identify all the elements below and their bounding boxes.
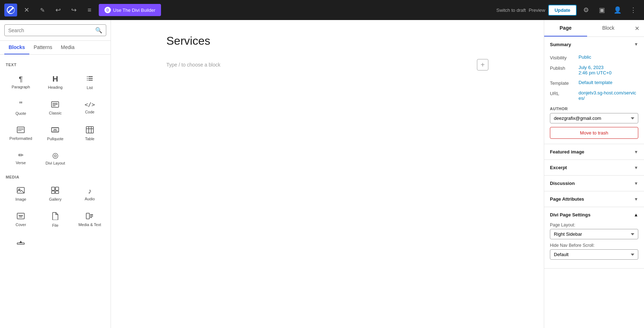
search-input[interactable] — [8, 28, 92, 33]
hide-nav-select[interactable]: Default Hide Show — [550, 249, 638, 260]
redo-button[interactable]: ↪ — [67, 4, 80, 16]
block-list[interactable]: List — [73, 70, 106, 94]
url-row: URL donjetv3.sg-host.com/services/ — [550, 88, 638, 103]
main-layout: 🔍 Blocks Patterns Media TEXT ¶ Paragraph… — [0, 20, 644, 328]
switch-to-draft-link[interactable]: Switch to draft — [496, 8, 526, 13]
block-file[interactable]: File — [39, 207, 72, 232]
block-table[interactable]: Table — [73, 122, 106, 146]
wp-logo[interactable] — [4, 4, 17, 16]
move-to-trash-button[interactable]: Move to trash — [550, 127, 638, 139]
svg-rect-35 — [90, 217, 92, 218]
block-audio[interactable]: ♪ Audio — [73, 182, 106, 206]
search-icon: 🔍 — [95, 27, 102, 34]
divi-layout-icon: ◎ — [52, 152, 58, 159]
center-canvas: Type / to choose a block + — [111, 20, 544, 328]
block-image[interactable]: Image — [4, 182, 37, 206]
block-code[interactable]: </> Code — [73, 96, 106, 120]
update-button[interactable]: Update — [548, 5, 577, 16]
block-preformatted[interactable]: Preformatted — [4, 122, 37, 146]
block-classic[interactable]: Classic — [39, 96, 72, 120]
gallery-label: Gallery — [49, 197, 62, 201]
discussion-header[interactable]: Discussion ▼ — [544, 176, 644, 191]
divi-settings-title: Divi Page Settings — [550, 212, 590, 217]
svg-rect-9 — [53, 106, 55, 106]
summary-header[interactable]: Summary ▲ — [544, 37, 644, 52]
divi-settings-body: Page Layout: Right Sidebar Left Sidebar … — [544, 222, 644, 268]
divi-layout-label: Divi Layout — [45, 161, 65, 165]
user-button[interactable]: 👤 — [611, 4, 624, 16]
block-paragraph[interactable]: ¶ Paragraph — [4, 70, 37, 94]
svg-rect-30 — [19, 215, 23, 216]
text-section-label: TEXT — [4, 63, 106, 67]
url-value[interactable]: donjetv3.sg-host.com/services/ — [579, 90, 638, 101]
page-attributes-header[interactable]: Page Attributes ▼ — [544, 191, 644, 207]
page-attributes-title: Page Attributes — [550, 196, 584, 202]
content-area: Type / to choose a block + — [166, 55, 488, 75]
block-media-text[interactable]: Media & Text — [73, 207, 106, 232]
media-text-label: Media & Text — [78, 222, 101, 227]
right-panel-close-button[interactable]: ✕ — [630, 21, 644, 35]
search-bar: 🔍 — [0, 20, 111, 41]
svg-rect-5 — [87, 80, 88, 80]
svg-rect-1 — [88, 78, 93, 79]
excerpt-chevron: ▼ — [634, 165, 638, 170]
visibility-value[interactable]: Public — [579, 54, 591, 60]
more-icon — [17, 240, 25, 249]
block-heading[interactable]: H Heading — [39, 70, 72, 94]
page-layout-select[interactable]: Right Sidebar Left Sidebar Full Width No… — [550, 229, 638, 239]
preview-link[interactable]: Preview — [529, 8, 545, 13]
settings-button[interactable]: ⚙ — [580, 4, 592, 16]
author-select[interactable]: deezgrafix@gmail.com — [550, 113, 638, 123]
block-verse[interactable]: ✏ Verse — [4, 147, 37, 170]
template-row: Template Default template — [550, 78, 638, 88]
publish-value[interactable]: July 6, 2023 2:46 pm UTC+0 — [579, 65, 611, 75]
display-button[interactable]: ▣ — [595, 4, 608, 16]
svg-rect-27 — [52, 191, 55, 194]
tab-page[interactable]: Page — [544, 20, 587, 36]
url-label: URL — [550, 90, 579, 96]
block-quote[interactable]: " Quote — [4, 96, 37, 120]
tab-blocks[interactable]: Blocks — [4, 41, 29, 54]
edit-icon-button[interactable]: ✎ — [36, 4, 49, 16]
undo-button[interactable]: ↩ — [52, 4, 64, 16]
block-more[interactable] — [4, 235, 37, 255]
code-label: Code — [85, 110, 94, 114]
featured-image-header[interactable]: Featured image ▼ — [544, 144, 644, 160]
tab-patterns[interactable]: Patterns — [29, 41, 57, 54]
block-pullquote[interactable]: Pullquote — [39, 122, 72, 146]
page-title-input[interactable] — [166, 34, 488, 48]
extra-blocks-grid — [4, 235, 106, 255]
search-input-wrap: 🔍 — [4, 24, 106, 36]
more-options-button[interactable]: ⋮ — [627, 4, 640, 16]
close-button[interactable]: ✕ — [20, 4, 33, 16]
block-gallery[interactable]: Gallery — [39, 182, 72, 206]
list-view-button[interactable]: ≡ — [83, 4, 96, 16]
svg-rect-17 — [54, 129, 57, 130]
tab-media[interactable]: Media — [57, 41, 79, 54]
table-label: Table — [85, 137, 94, 141]
excerpt-header[interactable]: Excerpt ▼ — [544, 160, 644, 175]
svg-rect-3 — [87, 76, 88, 77]
image-label: Image — [15, 197, 26, 201]
cover-icon — [17, 213, 25, 220]
block-cover[interactable]: Cover — [4, 207, 37, 232]
svg-rect-11 — [18, 128, 24, 129]
divi-settings-header[interactable]: Divi Page Settings ▲ — [544, 207, 644, 222]
paragraph-label: Paragraph — [11, 85, 30, 89]
summary-chevron: ▲ — [634, 42, 638, 47]
add-block-button[interactable]: + — [477, 59, 488, 70]
quote-icon: " — [19, 101, 23, 109]
svg-rect-19 — [86, 127, 93, 133]
tab-block[interactable]: Block — [587, 20, 630, 36]
svg-rect-33 — [90, 214, 93, 215]
template-value[interactable]: Default template — [579, 80, 613, 85]
excerpt-section: Excerpt ▼ — [544, 160, 644, 176]
hide-nav-label: Hide Nav Before Scroll: — [550, 243, 638, 248]
divi-builder-button[interactable]: D Use The Divi Builder — [99, 4, 161, 16]
block-divi-layout[interactable]: ◎ Divi Layout — [39, 147, 72, 170]
summary-body: Visibility Public Publish July 6, 2023 2… — [544, 52, 644, 144]
divi-settings-section: Divi Page Settings ▲ Page Layout: Right … — [544, 207, 644, 269]
cover-label: Cover — [15, 222, 26, 227]
visibility-label: Visibility — [550, 54, 579, 60]
page-attributes-chevron: ▼ — [634, 197, 638, 202]
